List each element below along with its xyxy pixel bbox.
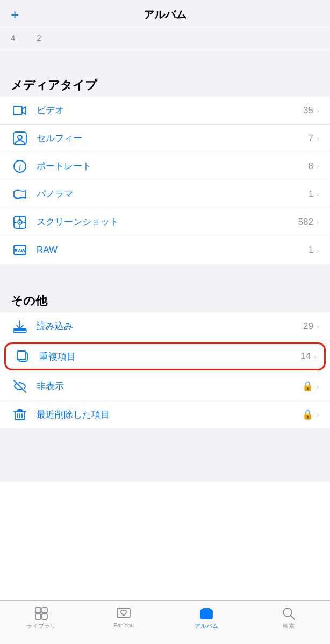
svg-text:RAW: RAW: [15, 248, 26, 253]
duplicate-icon: [13, 349, 32, 363]
add-button[interactable]: +: [11, 6, 19, 23]
panorama-chevron: ›: [317, 189, 319, 199]
bottom-spacer: [0, 428, 330, 482]
trash-chevron: ›: [317, 410, 319, 419]
panorama-count: 1: [309, 189, 313, 200]
hidden-lock: 🔒: [302, 380, 313, 392]
import-chevron: ›: [317, 321, 319, 331]
tab-album[interactable]: アルバム: [165, 606, 248, 630]
header: + アルバム: [0, 0, 330, 30]
media-types-list: ビデオ 35 › セルフィー 7 › f: [0, 97, 330, 264]
tab-bar: ライブラリ For You アルバム 検索: [0, 600, 330, 644]
selfie-label: セルフィー: [37, 132, 309, 144]
media-types-title: メディアタイプ: [11, 78, 97, 92]
selfie-icon: [11, 131, 29, 145]
list-item-panorama[interactable]: パノラマ 1 ›: [0, 180, 330, 208]
list-item-screenshot[interactable]: スクリーンショット 582 ›: [0, 208, 330, 236]
svg-line-34: [291, 616, 295, 619]
selfie-count: 7: [309, 133, 313, 144]
count-1: 4: [11, 33, 15, 42]
list-item-selfie[interactable]: セルフィー 7 ›: [0, 125, 330, 152]
list-item-duplicate[interactable]: 重複項目 14 ›: [4, 342, 326, 370]
hidden-label: 非表示: [37, 380, 302, 392]
main-content: メディアタイプ ビデオ 35 › セルフィー: [0, 48, 330, 482]
screenshot-count: 582: [298, 217, 313, 228]
section-gap-2: [0, 264, 330, 283]
video-count: 35: [303, 105, 313, 116]
duplicate-count: 14: [300, 351, 311, 362]
hidden-chevron: ›: [317, 382, 319, 391]
raw-label: RAW: [37, 245, 309, 255]
panorama-icon: [11, 187, 29, 201]
import-icon: [11, 319, 29, 333]
video-label: ビデオ: [37, 104, 303, 116]
svg-rect-27: [35, 614, 41, 619]
portrait-count: 8: [309, 161, 313, 172]
list-item-portrait[interactable]: f ポートレート 8 ›: [0, 152, 330, 180]
tab-search[interactable]: 検索: [248, 606, 331, 630]
tab-foryou[interactable]: For You: [83, 606, 166, 628]
page-title: アルバム: [144, 8, 186, 22]
list-item-hidden[interactable]: 非表示 🔒 ›: [0, 372, 330, 400]
screenshot-chevron: ›: [317, 217, 319, 226]
svg-rect-29: [117, 608, 130, 618]
foryou-tab-label: For You: [113, 622, 134, 628]
search-tab-label: 検索: [283, 622, 295, 630]
svg-rect-5: [14, 192, 26, 197]
svg-point-2: [18, 135, 22, 140]
top-count-row: 4 2: [0, 30, 330, 48]
svg-rect-0: [13, 106, 22, 115]
portrait-icon: f: [11, 159, 29, 173]
portrait-chevron: ›: [317, 162, 319, 171]
video-chevron: ›: [317, 106, 319, 115]
library-tab-icon: [34, 606, 49, 621]
import-count: 29: [303, 321, 313, 332]
trash-label: 最近削除した項目: [37, 408, 302, 421]
list-item-raw[interactable]: RAW RAW 1 ›: [0, 236, 330, 264]
selfie-chevron: ›: [317, 134, 319, 143]
svg-rect-19: [17, 351, 26, 360]
raw-count: 1: [309, 245, 313, 255]
screenshot-label: スクリーンショット: [37, 216, 298, 228]
other-section-header: その他: [0, 283, 330, 312]
other-list: 読み込み 29 › 重複項目 14 ›: [0, 312, 330, 428]
svg-rect-17: [13, 329, 26, 332]
foryou-tab-icon: [116, 606, 131, 621]
svg-rect-32: [200, 610, 212, 619]
section-gap-1: [0, 48, 330, 68]
video-icon: [11, 104, 29, 118]
raw-icon: RAW: [11, 243, 29, 257]
svg-point-10: [19, 221, 21, 223]
svg-rect-28: [42, 614, 47, 619]
album-tab-icon: [199, 606, 214, 621]
raw-chevron: ›: [317, 246, 319, 255]
tab-library[interactable]: ライブラリ: [0, 606, 83, 630]
screenshot-icon: [11, 215, 29, 229]
portrait-label: ポートレート: [37, 160, 309, 172]
search-tab-icon: [281, 606, 296, 621]
duplicate-chevron: ›: [314, 352, 317, 361]
svg-text:f: f: [19, 163, 22, 171]
duplicate-label: 重複項目: [39, 350, 300, 363]
media-types-section-header: メディアタイプ: [0, 68, 330, 97]
trash-lock: 🔒: [302, 409, 313, 420]
list-item-import[interactable]: 読み込み 29 ›: [0, 312, 330, 340]
import-label: 読み込み: [37, 320, 303, 332]
hidden-icon: [11, 379, 29, 393]
panorama-label: パノラマ: [37, 188, 309, 200]
list-item-trash[interactable]: 最近削除した項目 🔒 ›: [0, 400, 330, 428]
svg-rect-26: [42, 608, 47, 613]
count-2: 2: [37, 33, 41, 42]
list-item-video[interactable]: ビデオ 35 ›: [0, 97, 330, 125]
album-tab-label: アルバム: [195, 622, 218, 630]
library-tab-label: ライブラリ: [26, 622, 56, 630]
trash-icon: [11, 407, 29, 421]
other-title: その他: [11, 294, 47, 308]
svg-rect-25: [35, 608, 41, 613]
